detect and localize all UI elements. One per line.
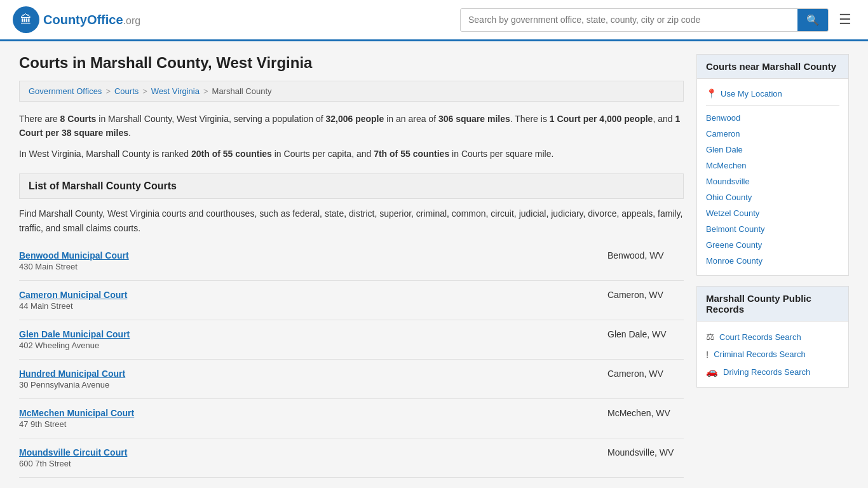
main-container: Courts in Marshall County, West Virginia… (0, 41, 868, 488)
page-title: Courts in Marshall County, West Virginia (19, 54, 684, 72)
court-name-link[interactable]: Moundsville Circuit Court (19, 447, 127, 458)
breadcrumb: Government Offices > Courts > West Virgi… (19, 81, 684, 102)
breadcrumb-link-wv[interactable]: West Virginia (151, 86, 200, 96)
court-city: Moundsville, WV (607, 447, 684, 458)
search-input[interactable] (461, 10, 797, 30)
sidebar-court-link[interactable]: Ohio County (706, 189, 839, 205)
sidebar: Courts near Marshall County 📍 Use My Loc… (696, 54, 849, 478)
sidebar-court-link[interactable]: Belmont County (706, 221, 839, 237)
public-records-link[interactable]: !Criminal Records Search (706, 346, 839, 363)
sidebar-court-link[interactable]: McMechen (706, 158, 839, 173)
list-section-header: List of Marshall County Courts (19, 173, 684, 199)
header-right: 🔍 ☰ (460, 8, 855, 32)
court-list-item: Cameron Municipal Court Cameron, WV 44 M… (19, 281, 684, 320)
court-address: 44 Main Street (19, 301, 684, 311)
pr-icon: ⚖ (706, 331, 714, 342)
logo-text: CountyOffice.org (43, 13, 140, 27)
court-row: Moundsville Circuit Court Moundsville, W… (19, 447, 684, 458)
use-my-location-label: Use My Location (721, 89, 782, 98)
court-list-item: McMechen Municipal Court McMechen, WV 47… (19, 399, 684, 438)
court-list-item: Benwood Municipal Court Benwood, WV 430 … (19, 241, 684, 281)
court-city: Benwood, WV (607, 250, 684, 261)
menu-icon[interactable]: ☰ (835, 8, 855, 32)
sidebar-court-link[interactable]: Wetzel County (706, 205, 839, 221)
court-row: Glen Dale Municipal Court Glen Dale, WV (19, 329, 684, 339)
breadcrumb-sep-1: > (105, 86, 111, 96)
court-name-link[interactable]: Benwood Municipal Court (19, 250, 129, 261)
sidebar-court-link[interactable]: Monroe County (706, 253, 839, 269)
public-records-header: Marshall County Public Records (697, 287, 848, 322)
court-address: 600 7th Street (19, 459, 684, 468)
court-address: 430 Main Street (19, 262, 684, 271)
logo[interactable]: 🏛 CountyOffice.org (13, 6, 140, 33)
pr-label: Driving Records Search (723, 367, 810, 377)
pr-icon: ! (706, 349, 709, 360)
court-list-item: Hundred Municipal Court Cameron, WV 30 P… (19, 360, 684, 399)
court-row: McMechen Municipal Court McMechen, WV (19, 408, 684, 418)
sidebar-court-link[interactable]: Greene County (706, 237, 839, 253)
breadcrumb-sep-3: > (203, 86, 208, 96)
court-city: McMechen, WV (607, 408, 684, 418)
court-row: Benwood Municipal Court Benwood, WV (19, 250, 684, 261)
location-icon: 📍 (706, 88, 717, 98)
court-address: 47 9th Street (19, 419, 684, 429)
info-paragraph-1: There are 8 Courts in Marshall County, W… (19, 112, 684, 140)
content-area: Courts in Marshall County, West Virginia… (19, 54, 684, 478)
court-city: Glen Dale, WV (607, 329, 684, 339)
breadcrumb-link-gov[interactable]: Government Offices (29, 86, 102, 96)
list-description: Find Marshall County, West Virginia cour… (19, 207, 684, 235)
court-name-link[interactable]: Glen Dale Municipal Court (19, 329, 130, 339)
public-records-link[interactable]: 🚗Driving Records Search (706, 363, 839, 381)
use-my-location-link[interactable]: 📍 Use My Location (706, 85, 839, 102)
court-name-link[interactable]: Cameron Municipal Court (19, 290, 127, 300)
search-button[interactable]: 🔍 (797, 9, 828, 31)
sidebar-divider-1 (706, 105, 839, 106)
logo-icon: 🏛 (13, 6, 39, 33)
public-records-content: ⚖Court Records Search!Criminal Records S… (697, 322, 848, 387)
courts-near-content: 📍 Use My Location BenwoodCameronGlen Dal… (697, 79, 848, 275)
court-city: Cameron, WV (607, 369, 684, 379)
courts-count: 8 Courts (60, 114, 97, 124)
breadcrumb-sep-2: > (142, 86, 147, 96)
court-row: Cameron Municipal Court Cameron, WV (19, 290, 684, 300)
sidebar-court-link[interactable]: Moundsville (706, 173, 839, 189)
courts-list: Benwood Municipal Court Benwood, WV 430 … (19, 241, 684, 478)
court-name-link[interactable]: McMechen Municipal Court (19, 408, 134, 418)
breadcrumb-link-courts[interactable]: Courts (114, 86, 139, 96)
sidebar-court-link[interactable]: Benwood (706, 110, 839, 126)
court-name-link[interactable]: Hundred Municipal Court (19, 369, 125, 379)
public-records-box: Marshall County Public Records ⚖Court Re… (696, 286, 849, 388)
courts-near-box: Courts near Marshall County 📍 Use My Loc… (696, 54, 849, 276)
public-records-link[interactable]: ⚖Court Records Search (706, 328, 839, 346)
court-list-item: Moundsville Circuit Court Moundsville, W… (19, 438, 684, 478)
rank-sqmile: 7th of 55 counties (374, 149, 449, 159)
pr-label: Criminal Records Search (714, 349, 806, 359)
sidebar-links-container: BenwoodCameronGlen DaleMcMechenMoundsvil… (706, 110, 839, 269)
court-row: Hundred Municipal Court Cameron, WV (19, 369, 684, 379)
population: 32,006 people (325, 114, 384, 124)
breadcrumb-current: Marshall County (212, 86, 272, 96)
sidebar-court-link[interactable]: Glen Dale (706, 142, 839, 158)
court-address: 30 Pennsylvania Avenue (19, 380, 684, 390)
rank-capita: 20th of 55 counties (191, 149, 272, 159)
search-bar: 🔍 (460, 8, 829, 32)
pr-icon: 🚗 (706, 366, 718, 377)
court-city: Cameron, WV (607, 290, 684, 300)
info-paragraph-2: In West Virginia, Marshall County is ran… (19, 147, 684, 161)
courts-near-header: Courts near Marshall County (697, 55, 848, 79)
pr-label: Court Records Search (719, 332, 801, 342)
court-address: 402 Wheeling Avenue (19, 341, 684, 350)
per-capita: 1 Court per 4,000 people (550, 114, 653, 124)
site-header: 🏛 CountyOffice.org 🔍 ☰ (0, 0, 868, 41)
court-list-item: Glen Dale Municipal Court Glen Dale, WV … (19, 320, 684, 360)
sidebar-court-link[interactable]: Cameron (706, 126, 839, 142)
area: 306 square miles (438, 114, 510, 124)
